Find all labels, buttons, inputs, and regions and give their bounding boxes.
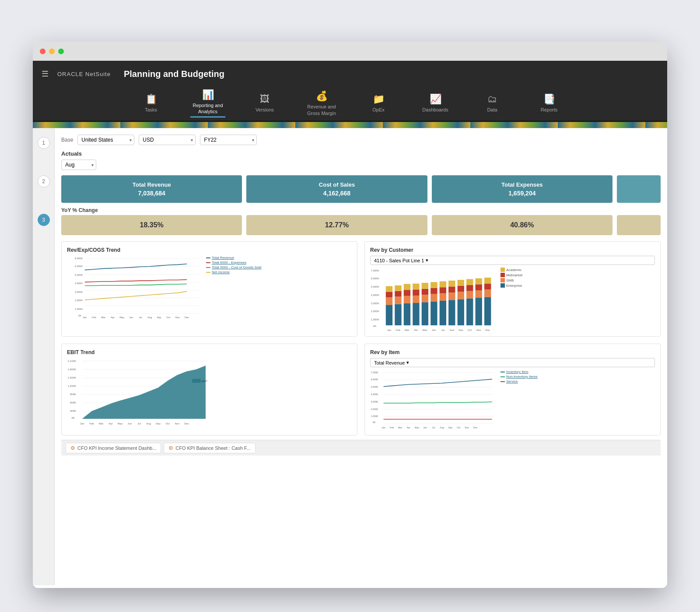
- svg-rect-83: [484, 278, 491, 284]
- svg-text:2,100K: 2,100K: [68, 360, 76, 362]
- svg-text:Aug: Aug: [146, 422, 151, 425]
- svg-rect-51: [413, 284, 419, 290]
- svg-text:2,000K: 2,000K: [75, 299, 83, 302]
- close-icon[interactable]: [40, 49, 46, 54]
- svg-text:Jul: Jul: [432, 426, 435, 429]
- legend-academic-label: Academic: [506, 268, 522, 272]
- svg-rect-36: [386, 305, 392, 325]
- rev-trend-panel: Rev/Exp/COGS Trend 8,000K 6,000K 5,000K …: [61, 241, 357, 337]
- nav-item-versions[interactable]: 🖼 Versions: [247, 94, 282, 113]
- rev-item-title: Rev by Item: [370, 349, 655, 355]
- year-select-wrap: FY22: [200, 135, 257, 145]
- nav-item-dashboards[interactable]: 📈 Dashboards: [418, 94, 453, 113]
- kpi-total-revenue-title: Total Revenue: [68, 181, 235, 188]
- bottom-tab-balance-sheet[interactable]: ⚙ CFO KPI Balance Sheet : Cash F...: [164, 443, 255, 453]
- svg-rect-50: [413, 289, 419, 296]
- currency-select[interactable]: USD: [139, 135, 196, 145]
- yoy-value-1: 18.35%: [68, 221, 235, 229]
- legend-service: Service: [500, 379, 538, 383]
- nav-item-opex[interactable]: 📁 OpEx: [361, 94, 396, 113]
- legend-expenses: Total 6000 - Expenses: [206, 261, 261, 264]
- actuals-month-select[interactable]: Aug: [61, 160, 96, 170]
- svg-rect-37: [386, 297, 392, 305]
- svg-rect-77: [476, 290, 482, 298]
- legend-cogs-label: Total 5000 - Cost of Goods Sold: [212, 265, 261, 269]
- base-select[interactable]: United States: [77, 135, 134, 145]
- svg-text:Apr: Apr: [407, 426, 411, 429]
- svg-rect-55: [422, 283, 428, 289]
- svg-text:1,800K: 1,800K: [68, 368, 76, 371]
- bottom-tab-income-statement[interactable]: ⚙ CFO KPI Income Statement Dashb...: [66, 443, 161, 453]
- balance-sheet-icon: ⚙: [168, 445, 173, 451]
- svg-text:Jun: Jun: [432, 329, 436, 331]
- svg-rect-68: [458, 299, 464, 326]
- hamburger-icon[interactable]: ☰: [42, 69, 49, 79]
- rev-trend-svg: 8,000K 6,000K 5,000K 4,000K 3,000K 2,000…: [67, 256, 203, 320]
- chevron-down-icon: ▾: [426, 257, 428, 263]
- svg-text:Feb: Feb: [89, 422, 94, 425]
- legend-academic: Academic: [500, 268, 531, 272]
- chevron-down-icon-2: ▾: [406, 360, 409, 365]
- nav-item-data[interactable]: 🗂 Data: [475, 94, 510, 113]
- browser-chrome: [33, 42, 667, 61]
- svg-text:May: May: [423, 329, 427, 331]
- svg-text:Aug: Aug: [440, 426, 444, 429]
- app-content: ☰ ORACLE NetSuite Planning and Budgeting…: [33, 61, 667, 588]
- year-select[interactable]: FY22: [200, 135, 257, 145]
- minimize-icon[interactable]: [49, 49, 55, 54]
- kpi-cost-of-sales-value: 4,162,668: [253, 190, 420, 197]
- step-3[interactable]: 3: [38, 214, 50, 226]
- charts-grid: Rev/Exp/COGS Trend 8,000K 6,000K 5,000K …: [61, 241, 661, 435]
- svg-text:Mar: Mar: [405, 329, 409, 331]
- nav-item-revenue[interactable]: 💰 Revenue andGross Margin: [304, 91, 339, 116]
- svg-text:Oct: Oct: [468, 329, 472, 331]
- svg-text:4,000K: 4,000K: [75, 282, 83, 285]
- rev-customer-dropdown[interactable]: 4110 - Sales Pot Line 1 ▾: [370, 256, 655, 265]
- ebit-trend-panel: EBIT Trend 2,100K 1,800K 1,500K 1,200K 9…: [61, 344, 357, 435]
- svg-text:3,000K: 3,000K: [75, 291, 83, 293]
- decorative-stripe: [33, 122, 667, 128]
- svg-marker-112: [82, 365, 206, 419]
- legend-service-label: Service: [506, 379, 518, 383]
- svg-text:6,000K: 6,000K: [75, 265, 83, 268]
- svg-text:Feb: Feb: [390, 426, 394, 429]
- svg-text:Jan: Jan: [387, 329, 392, 331]
- page-title: Planning and Budgeting: [124, 69, 224, 79]
- rev-item-dropdown[interactable]: Total Revenue ▾: [370, 358, 655, 367]
- svg-text:Apr: Apr: [108, 422, 112, 425]
- nav-item-tasks[interactable]: 📋 Tasks: [133, 94, 168, 113]
- ebit-trend-title: EBIT Trend: [67, 349, 352, 355]
- svg-text:Apr: Apr: [414, 329, 418, 331]
- nav-item-reporting[interactable]: 📊 Reporting andAnalytics: [190, 90, 225, 118]
- svg-text:Feb: Feb: [92, 316, 96, 319]
- income-statement-icon: ⚙: [70, 445, 75, 451]
- versions-icon: 🖼: [260, 94, 270, 104]
- yoy-row: 18.35% 12.77% 40.86%: [61, 215, 661, 235]
- base-label: Base: [61, 137, 73, 143]
- nav-item-reports[interactable]: 📑 Reports: [532, 94, 567, 113]
- income-statement-tab-label: CFO KPI Income Statement Dashb...: [77, 445, 156, 451]
- legend-cogs: Total 5000 - Cost of Goods Sold: [206, 265, 261, 269]
- svg-rect-73: [466, 291, 473, 299]
- svg-text:Oct: Oct: [166, 316, 170, 319]
- svg-rect-75: [466, 279, 473, 285]
- svg-text:EBIT: EBIT: [201, 380, 207, 382]
- kpi-row: Total Revenue 7,038,684 Cost of Sales 4,…: [61, 175, 661, 203]
- svg-text:0K: 0K: [78, 314, 81, 317]
- step-2[interactable]: 2: [38, 175, 50, 188]
- svg-rect-62: [440, 287, 446, 293]
- reporting-icon: 📊: [202, 90, 214, 100]
- svg-rect-57: [430, 294, 437, 302]
- svg-rect-58: [430, 288, 437, 294]
- maximize-icon[interactable]: [58, 49, 64, 54]
- svg-rect-52: [422, 302, 428, 325]
- legend-enterprise: Enterprise: [500, 283, 531, 288]
- svg-rect-40: [395, 304, 401, 326]
- svg-rect-53: [422, 295, 428, 302]
- svg-text:May: May: [119, 316, 124, 319]
- yoy-value-2: 12.77%: [253, 221, 420, 229]
- versions-label: Versions: [256, 107, 274, 113]
- svg-rect-74: [466, 285, 473, 291]
- rev-item-dropdown-value: Total Revenue: [374, 360, 405, 365]
- step-1[interactable]: 1: [38, 137, 50, 149]
